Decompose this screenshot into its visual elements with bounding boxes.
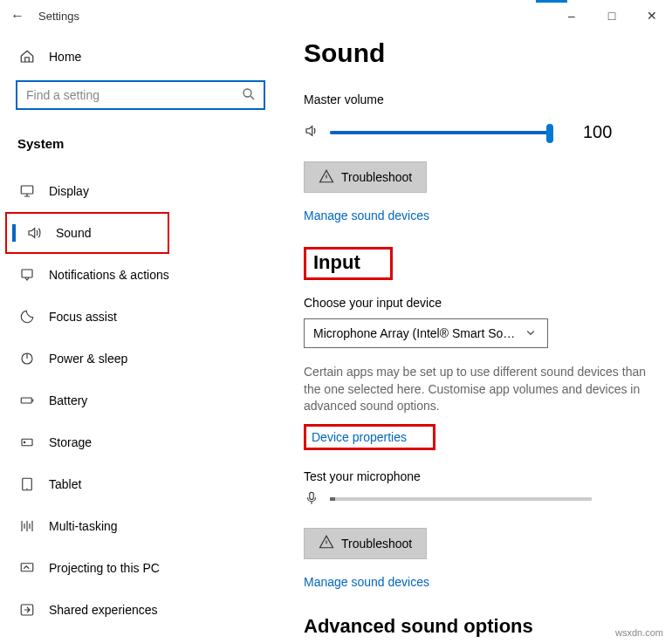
sidebar-item-label: Storage [49,435,92,449]
sidebar-item-label: Sound [56,226,91,240]
svg-point-0 [243,89,251,97]
shared-icon [19,602,49,618]
sidebar-item-label: Tablet [49,477,81,491]
sidebar-item-notifications[interactable]: Notifications & actions [0,254,283,296]
sidebar-item-power-sleep[interactable]: Power & sleep [0,338,283,380]
search-input[interactable]: Find a setting [16,80,265,110]
tablet-icon [19,476,49,492]
window-title: Settings [38,10,79,23]
battery-icon [19,393,49,408]
speaker-icon [304,123,319,141]
volume-slider[interactable] [330,131,550,134]
sidebar-item-label: Notifications & actions [49,268,169,282]
sidebar-item-sound[interactable]: Sound [5,212,169,254]
input-heading: Input [304,247,393,280]
maximize-button[interactable]: □ [592,0,632,31]
sidebar-item-label: Power & sleep [49,352,127,366]
troubleshoot-input-button[interactable]: Troubleshoot [304,528,427,559]
svg-rect-4 [21,398,31,403]
sidebar-item-label: Shared experiences [49,603,158,617]
sidebar: Home Find a setting System Display Sound [0,31,283,643]
mic-level-bar [330,497,592,501]
chevron-down-icon [523,325,538,343]
notifications-icon [19,267,49,283]
focus-icon [19,309,49,325]
input-device-value: Microphone Array (Intel® Smart So… [313,326,523,340]
storage-icon [19,434,49,450]
close-button[interactable]: ✕ [632,0,672,31]
warning-icon [319,168,334,187]
home-label: Home [49,50,81,64]
troubleshoot-output-button[interactable]: Troubleshoot [304,161,427,193]
microphone-icon [304,490,319,509]
multitasking-icon [19,518,49,534]
troubleshoot-label: Troubleshoot [341,170,412,184]
sidebar-item-tablet[interactable]: Tablet [0,463,283,505]
titlebar: ← Settings – □ ✕ [0,0,672,31]
input-device-select[interactable]: Microphone Array (Intel® Smart So… [304,318,548,348]
sidebar-item-label: Focus assist [49,310,117,324]
sidebar-item-multitasking[interactable]: Multi-tasking [0,505,283,547]
sidebar-item-label: Battery [49,393,87,407]
sidebar-item-storage[interactable]: Storage [0,421,283,463]
manage-input-devices-link[interactable]: Manage sound devices [304,575,429,589]
input-help-text: Certain apps may be set up to use differ… [304,364,653,415]
search-icon [241,86,257,105]
master-volume-label: Master volume [304,92,655,106]
back-button[interactable]: ← [10,8,38,24]
warning-icon [319,534,334,552]
window-controls: – □ ✕ [552,0,672,31]
sidebar-item-projecting[interactable]: Projecting to this PC [0,547,283,589]
home-nav[interactable]: Home [0,40,283,73]
volume-value: 100 [583,122,612,142]
sidebar-item-label: Display [49,184,89,198]
content-pane: Sound Master volume 100 Troubleshoot Man… [283,31,672,643]
sidebar-item-label: Projecting to this PC [49,561,160,575]
sidebar-item-focus-assist[interactable]: Focus assist [0,296,283,338]
sound-icon [26,225,56,241]
search-placeholder: Find a setting [26,88,241,102]
sidebar-item-display[interactable]: Display [0,170,283,212]
choose-input-label: Choose your input device [304,296,655,310]
watermark: wsxdn.com [615,627,663,638]
sidebar-item-battery[interactable]: Battery [0,380,283,421]
display-icon [19,183,49,199]
svg-point-6 [24,441,25,443]
page-title: Sound [304,38,655,68]
test-mic-label: Test your microphone [304,469,655,483]
svg-rect-1 [21,186,33,194]
manage-output-devices-link[interactable]: Manage sound devices [304,209,429,222]
category-title: System [0,117,283,158]
accent-bar [536,0,567,3]
projecting-icon [19,560,49,576]
troubleshoot-label: Troubleshoot [341,537,412,551]
sidebar-item-shared[interactable]: Shared experiences [0,589,283,631]
svg-rect-10 [310,492,314,499]
device-properties-link[interactable]: Device properties [304,424,435,450]
advanced-heading: Advanced sound options [304,615,655,638]
svg-rect-2 [22,270,32,277]
minimize-button[interactable]: – [552,0,592,31]
home-icon [19,49,49,65]
sidebar-item-label: Multi-tasking [49,519,118,533]
power-icon [19,351,49,366]
